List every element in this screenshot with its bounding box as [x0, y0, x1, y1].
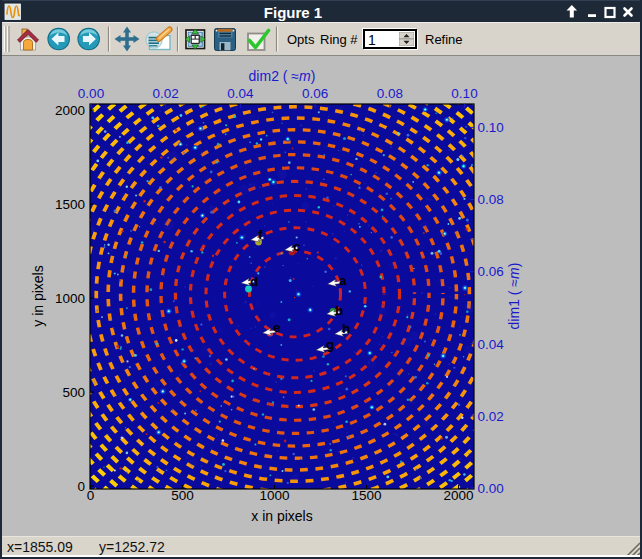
svg-text:500: 500	[171, 488, 194, 503]
svg-text:500: 500	[62, 385, 85, 400]
svg-text:x in pixels: x in pixels	[251, 508, 312, 524]
svg-text:0: 0	[77, 479, 85, 494]
svg-text:0.08: 0.08	[478, 192, 504, 207]
svg-text:0.10: 0.10	[478, 120, 504, 135]
svg-text:2000: 2000	[55, 103, 85, 118]
svg-text:a: a	[339, 273, 347, 288]
svg-text:0: 0	[87, 488, 95, 503]
svg-text:y in pixels: y in pixels	[30, 265, 46, 326]
svg-text:0.06: 0.06	[478, 264, 504, 279]
svg-text:1000: 1000	[259, 488, 289, 503]
svg-text:0.00: 0.00	[478, 481, 504, 496]
svg-text:0.00: 0.00	[78, 86, 104, 101]
svg-text:1000: 1000	[55, 291, 85, 306]
svg-text:h: h	[342, 321, 350, 336]
svg-text:c: c	[293, 239, 301, 254]
svg-text:0.08: 0.08	[377, 86, 403, 101]
svg-text:0.02: 0.02	[478, 409, 504, 424]
svg-text:g: g	[326, 337, 334, 352]
svg-text:b: b	[335, 303, 343, 318]
svg-text:e: e	[273, 320, 281, 335]
svg-text:dim2 ( ≈m): dim2 ( ≈m)	[249, 68, 316, 84]
svg-text:1500: 1500	[55, 197, 85, 212]
svg-text:0.04: 0.04	[227, 86, 254, 101]
svg-text:0.04: 0.04	[478, 337, 505, 352]
svg-text:2000: 2000	[443, 488, 473, 503]
svg-text:d: d	[250, 274, 258, 289]
svg-text:0.10: 0.10	[451, 86, 477, 101]
svg-text:0.06: 0.06	[302, 86, 328, 101]
svg-text:1500: 1500	[351, 488, 381, 503]
svg-text:dim1 ( ≈m): dim1 ( ≈m)	[506, 263, 522, 330]
svg-text:0.02: 0.02	[153, 86, 179, 101]
svg-text:f: f	[258, 227, 263, 242]
